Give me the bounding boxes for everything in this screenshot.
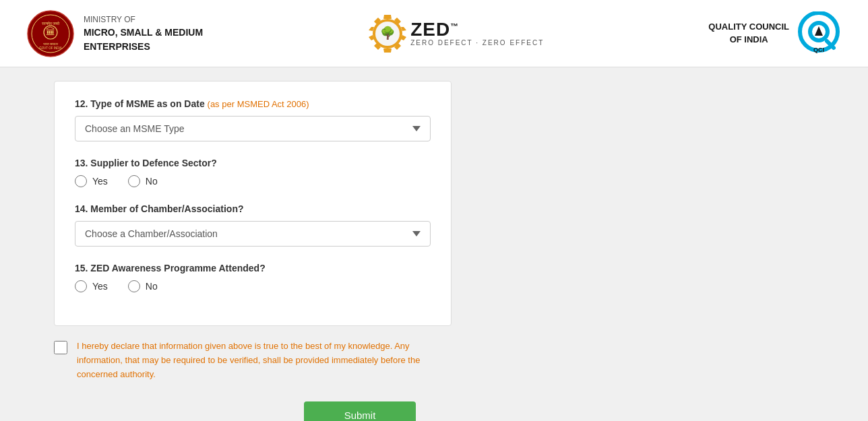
submit-section: Submit [54,401,666,421]
svg-text:QCI: QCI [813,46,824,53]
q13-yes-text: Yes [92,176,108,187]
zed-brand-name: ZED™ [410,20,459,39]
zed-branding: 🌳 ZED™ Zero Defect · Zero Effect [367,13,544,54]
form-card: 12. Type of MSME as on Date (as per MSME… [54,81,452,326]
q12-label: 12. Type of MSME as on Date (as per MSME… [75,98,431,109]
q13-label: 13. Supplier to Defence Sector? [75,158,431,168]
q13-no-text: No [146,176,158,187]
q15-yes-label[interactable]: Yes [75,280,108,292]
q15-radio-group: Yes No [75,280,431,292]
q15-group: 15. ZED Awareness Programme Attended? Ye… [75,263,431,292]
ministry-text-block: MINISTRY OF MICRO, SMALL & MEDIUMENTERPR… [84,13,203,54]
zed-gear-icon: 🌳 [367,13,408,54]
q13-yes-label[interactable]: Yes [75,175,108,187]
ministry-name-label: MICRO, SMALL & MEDIUMENTERPRISES [84,26,203,54]
qci-logo-icon: QCI [797,11,841,55]
svg-text:GOVT OF INDIA: GOVT OF INDIA [39,46,61,50]
q15-yes-text: Yes [92,281,108,292]
q13-radio-group: Yes No [75,175,431,187]
qci-name-label: QUALITY COUNCILOF INDIA [708,21,789,45]
submit-button[interactable]: Submit [304,401,416,421]
ministry-of-label: MINISTRY OF [84,13,203,26]
q12-note: (as per MSMED Act 2006) [208,99,309,109]
q13-group: 13. Supplier to Defence Sector? Yes No [75,158,431,187]
zed-tagline: Zero Defect · Zero Effect [410,39,544,46]
declaration-checkbox[interactable] [54,341,67,354]
svg-text:🌳: 🌳 [380,26,396,40]
chamber-select[interactable]: Choose a Chamber/Association CII FICCI A… [75,221,431,247]
q13-yes-radio[interactable] [75,175,87,187]
qci-branding: QUALITY COUNCILOF INDIA QCI [708,11,841,55]
svg-text:भारत सरकार: भारत सरकार [43,42,59,46]
zed-trademark: ™ [450,22,459,31]
q15-label: 15. ZED Awareness Programme Attended? [75,263,431,273]
q15-yes-radio[interactable] [75,280,87,292]
main-content: 12. Type of MSME as on Date (as per MSME… [0,67,868,421]
emblem-icon: सत्यमेव जयते 🏛 भारत सरकार GOVT OF INDIA [27,10,74,57]
q13-no-radio[interactable] [128,175,140,187]
zed-logo: 🌳 ZED™ Zero Defect · Zero Effect [367,13,544,54]
msme-type-select[interactable]: Choose an MSME Type Micro Small Medium [75,116,431,141]
q12-group: 12. Type of MSME as on Date (as per MSME… [75,98,431,141]
svg-text:🏛: 🏛 [46,26,55,37]
q13-no-label[interactable]: No [128,175,158,187]
ministry-branding: सत्यमेव जयते 🏛 भारत सरकार GOVT OF INDIA … [27,10,203,57]
q15-no-label[interactable]: No [128,280,158,292]
zed-text: ZED™ Zero Defect · Zero Effect [410,20,544,46]
page-header: सत्यमेव जयते 🏛 भारत सरकार GOVT OF INDIA … [0,0,868,67]
q15-no-radio[interactable] [128,280,140,292]
svg-text:सत्यमेव जयते: सत्यमेव जयते [41,21,61,26]
declaration-text: I hereby declare that information given … [77,339,452,381]
q14-group: 14. Member of Chamber/Association? Choos… [75,203,431,247]
declaration-section: I hereby declare that information given … [54,339,452,381]
q15-no-text: No [146,281,158,292]
q14-label: 14. Member of Chamber/Association? [75,203,431,214]
